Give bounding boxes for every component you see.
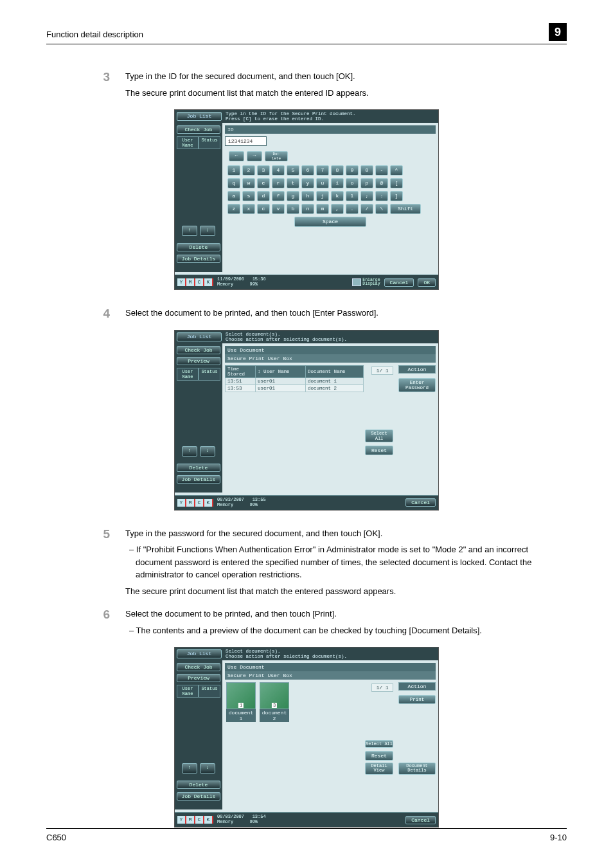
scroll-up-button[interactable]: ↑ (182, 226, 197, 236)
space-key[interactable]: Space (294, 217, 366, 227)
cancel-button[interactable]: Cancel (384, 278, 414, 287)
check-job-button[interactable]: Check Job (177, 125, 220, 134)
key[interactable]: - (375, 165, 388, 176)
key[interactable]: w (242, 178, 255, 188)
key[interactable]: 8 (331, 165, 344, 176)
cursor-right-key[interactable]: → (247, 151, 262, 161)
key[interactable]: g (287, 191, 299, 201)
key[interactable]: : (375, 191, 388, 201)
key[interactable]: d (257, 191, 270, 201)
preview-button[interactable]: Preview (177, 674, 220, 682)
enter-password-button[interactable]: Enter Password (398, 378, 436, 392)
key[interactable]: r (272, 178, 285, 188)
key[interactable]: , (331, 204, 344, 214)
key[interactable]: 9 (346, 165, 359, 176)
shift-key[interactable]: Shift (390, 204, 421, 214)
document-thumbnail[interactable]: 3 document 2 (260, 682, 289, 722)
delete-button[interactable]: Delete (177, 243, 220, 251)
key[interactable]: . (346, 204, 359, 214)
col-user[interactable]: ↕ User Name (255, 365, 305, 377)
cancel-button[interactable]: Cancel (405, 816, 436, 824)
key[interactable]: / (360, 204, 373, 214)
key[interactable]: @ (375, 178, 388, 188)
user-name-tab[interactable]: User Name (177, 136, 199, 149)
status-tab[interactable]: Status (199, 136, 220, 149)
key[interactable]: 6 (301, 165, 314, 176)
key[interactable]: 5 (287, 165, 299, 176)
col-doc[interactable]: Document Name (306, 365, 364, 377)
key[interactable]: 4 (272, 165, 285, 176)
enlarge-display-button[interactable]: Enlarge Display (352, 278, 380, 287)
key[interactable]: o (346, 178, 359, 188)
key[interactable]: m (316, 204, 329, 214)
job-details-button[interactable]: Job Details (177, 475, 220, 484)
scroll-up-button[interactable]: ↑ (182, 763, 197, 773)
key[interactable]: ; (360, 191, 373, 201)
job-details-button[interactable]: Job Details (177, 255, 220, 263)
key[interactable]: c (257, 204, 270, 214)
key[interactable]: s (242, 191, 255, 201)
cursor-left-key[interactable]: ← (229, 151, 244, 161)
key[interactable]: u (316, 178, 329, 188)
key[interactable]: h (301, 191, 314, 201)
check-job-button[interactable]: Check Job (177, 346, 220, 354)
key[interactable]: 2 (242, 165, 255, 176)
key[interactable]: \ (375, 204, 388, 214)
key[interactable]: e (257, 178, 270, 188)
key[interactable]: l (346, 191, 359, 201)
key[interactable]: ] (390, 191, 403, 201)
job-list-tab[interactable]: Job List (177, 649, 222, 658)
key[interactable]: 3 (257, 165, 270, 176)
key[interactable]: i (331, 178, 344, 188)
user-name-tab[interactable]: User Name (177, 685, 199, 698)
col-time[interactable]: Time Stored (226, 365, 256, 377)
key[interactable]: j (316, 191, 329, 201)
key[interactable]: ^ (390, 165, 403, 176)
job-list-tab[interactable]: Job List (177, 112, 222, 121)
key[interactable]: v (272, 204, 285, 214)
use-document-tab[interactable]: Use Document (225, 346, 436, 354)
document-thumbnail[interactable]: 1 document 1 (226, 682, 256, 722)
table-row[interactable]: 13:53user01document 2 (226, 384, 364, 392)
ok-button[interactable]: OK (418, 278, 436, 287)
reset-button[interactable]: Reset (365, 751, 393, 761)
key[interactable]: x (242, 204, 255, 214)
user-name-tab[interactable]: User Name (177, 368, 199, 381)
delete-button[interactable]: Delete (177, 781, 220, 789)
status-tab[interactable]: Status (199, 368, 220, 381)
table-row[interactable]: 13:51user01document 1 (226, 377, 364, 384)
key[interactable]: 0 (360, 165, 373, 176)
delete-key[interactable]: De- lete (265, 151, 288, 161)
scroll-down-button[interactable]: ↓ (200, 226, 215, 236)
key[interactable]: n (301, 204, 314, 214)
job-list-tab[interactable]: Job List (177, 332, 222, 341)
document-details-button[interactable]: Document Details (398, 763, 436, 775)
key[interactable]: p (360, 178, 373, 188)
cancel-button[interactable]: Cancel (405, 498, 436, 507)
scroll-down-button[interactable]: ↓ (200, 763, 215, 773)
id-input[interactable]: 12341234 (225, 136, 267, 146)
key[interactable]: q (227, 178, 240, 188)
scroll-up-button[interactable]: ↑ (182, 446, 197, 457)
status-tab[interactable]: Status (199, 685, 220, 698)
reset-button[interactable]: Reset (365, 446, 393, 455)
select-all-button[interactable]: Select All (365, 429, 393, 442)
key[interactable]: t (287, 178, 299, 188)
key[interactable]: b (287, 204, 299, 214)
select-all-button[interactable]: Select All (365, 740, 393, 748)
key[interactable]: k (331, 191, 344, 201)
preview-button[interactable]: Preview (177, 357, 220, 365)
key[interactable]: z (227, 204, 240, 214)
delete-button[interactable]: Delete (177, 464, 220, 472)
print-button[interactable]: Print (398, 695, 436, 704)
scroll-down-button[interactable]: ↓ (200, 446, 215, 457)
key[interactable]: a (227, 191, 240, 201)
detail-view-button[interactable]: Detail View (365, 763, 393, 775)
check-job-button[interactable]: Check Job (177, 663, 220, 671)
use-document-tab[interactable]: Use Document (225, 663, 436, 671)
key[interactable]: 1 (227, 165, 240, 176)
key[interactable]: [ (390, 178, 403, 188)
key[interactable]: f (272, 191, 285, 201)
key[interactable]: 7 (316, 165, 329, 176)
key[interactable]: y (301, 178, 314, 188)
